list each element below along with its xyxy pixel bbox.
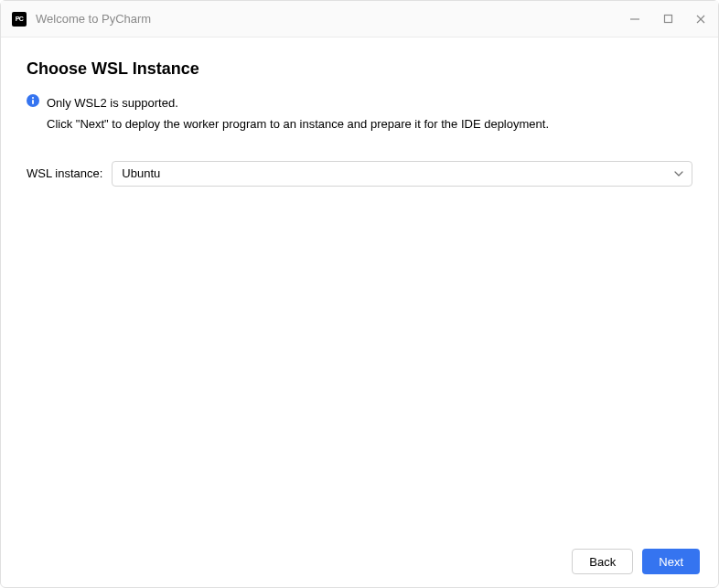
info-line-1: Only WSL2 is supported.	[47, 93, 549, 114]
info-block: Only WSL2 is supported. Click "Next" to …	[27, 93, 692, 135]
dialog-footer: Back Next	[1, 536, 718, 587]
titlebar: PC Welcome to PyCharm	[1, 1, 718, 37]
svg-point-5	[32, 97, 34, 99]
wsl-instance-select-wrapper	[112, 161, 692, 187]
info-icon	[27, 94, 39, 107]
page-heading: Choose WSL Instance	[27, 59, 692, 79]
info-line-2: Click "Next" to deploy the worker progra…	[47, 114, 549, 135]
svg-rect-1	[664, 16, 671, 23]
window-title: Welcome to PyCharm	[36, 12, 628, 26]
minimize-button[interactable]	[628, 13, 641, 26]
window-controls	[628, 13, 707, 26]
wsl-instance-select[interactable]	[112, 161, 692, 187]
maximize-button[interactable]	[661, 13, 674, 26]
next-button[interactable]: Next	[642, 549, 700, 574]
wsl-instance-row: WSL instance:	[27, 161, 692, 187]
wsl-instance-label: WSL instance:	[27, 166, 102, 180]
back-button[interactable]: Back	[572, 549, 633, 574]
dialog-window: PC Welcome to PyCharm Choose WSL In	[0, 0, 719, 588]
close-button[interactable]	[694, 13, 707, 26]
close-icon	[695, 14, 706, 25]
svg-rect-6	[32, 100, 34, 104]
info-text: Only WSL2 is supported. Click "Next" to …	[47, 93, 549, 135]
dialog-content: Choose WSL Instance Only WSL2 is support…	[1, 37, 718, 536]
minimize-icon	[629, 14, 640, 25]
pycharm-app-icon: PC	[12, 12, 27, 27]
maximize-icon	[663, 14, 673, 24]
